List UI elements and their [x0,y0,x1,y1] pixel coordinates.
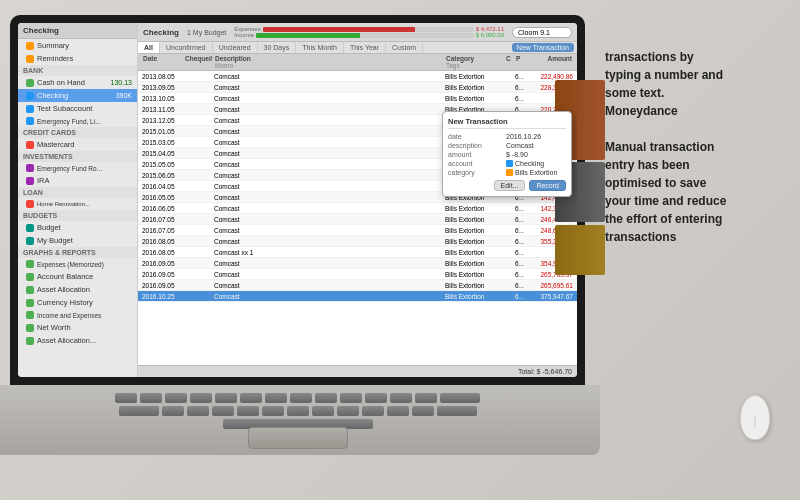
tab-30days[interactable]: 30 Days [258,42,297,53]
section2-text: Manual transaction entry has been optimi… [605,138,790,246]
key [115,393,137,403]
sidebar-item-homeloan[interactable]: Home Renovation... [18,198,137,210]
tab-all[interactable]: All [138,42,160,53]
reports-section-label: GRAPHS & REPORTS [18,247,137,258]
key [315,393,337,403]
sidebar-header: Checking [18,23,137,39]
sidebar-item-networth[interactable]: Net Worth [18,321,137,334]
sidebar-item-mybudget[interactable]: My Budget [18,234,137,247]
key [387,406,409,416]
key [237,406,259,416]
table-row[interactable]: 2016.07.05 Comcast Bills Extortion 69.96… [138,225,577,236]
sidebar-item-cash[interactable]: Cash on Hand 130.13 [18,76,137,89]
asset-alloc-icon [26,286,34,294]
col-header-check: Cheque# [183,55,213,69]
sidebar: Checking Summary Reminders BANK Ca [18,23,138,377]
sidebar-item-reminders[interactable]: Reminders [18,52,137,65]
section2: Manual transaction entry has been optimi… [605,138,790,246]
sidebar-summary-label: Summary [37,41,69,50]
table-row[interactable]: 2016.07.05 Comcast Bills Extortion 69.96… [138,214,577,225]
table-row[interactable]: 2016.09.05 Comcast Bills Extortion 69.96… [138,269,577,280]
sidebar-item-ira[interactable]: IRA [18,174,137,187]
currency-icon [26,299,34,307]
new-transaction-button[interactable]: New Transaction [512,43,574,52]
laptop-screen: Checking Summary Reminders BANK Ca [18,23,577,377]
table-row[interactable]: 2016.08.05 Comcast Bills Extortion 69.96… [138,236,577,247]
sidebar-item-income-exp[interactable]: Income and Expenses [18,309,137,321]
sidebar-item-budget[interactable]: Budget [18,221,137,234]
popup-field-account: account Checking [448,160,566,167]
key [415,393,437,403]
sidebar-item-acct-balance[interactable]: Account Balance [18,270,137,283]
table-row[interactable]: 2016.06.05 Comcast Bills Extortion 69.96… [138,203,577,214]
key [162,406,184,416]
sidebar-item-mastercard[interactable]: Mastercard [18,138,137,151]
tab-thisyear[interactable]: This Year [344,42,386,53]
popup-field-amount: amount $ -8.90 [448,151,566,158]
section1: transactions by typing a number and some… [605,30,790,120]
table-row[interactable]: 2016.09.05 Comcast Bills Extortion 69.96… [138,280,577,291]
key [362,406,384,416]
efr-icon [26,164,34,172]
col-header-p: P [514,55,524,69]
acct-balance-icon [26,273,34,281]
new-transaction-popup: New Transaction date 2016.10.26 descript… [442,111,572,197]
popup-field-date: date 2016.10.26 [448,133,566,140]
app-container: Checking Summary Reminders BANK Ca [18,23,577,377]
loan-section-label: LOAN [18,187,137,198]
key [140,393,162,403]
key [190,393,212,403]
income-amount: $ 6,000.00 [476,32,504,38]
income-exp-icon [26,311,34,319]
key [240,393,262,403]
sidebar-item-efr[interactable]: Emergency Fund Ro... [18,162,137,174]
key [262,406,284,416]
key [390,393,412,403]
key [437,406,477,416]
laptop: Checking Summary Reminders BANK Ca [10,15,600,455]
table-row[interactable]: 2016.08.05 Comcast xx 1 Bills Extortion … [138,247,577,258]
asset-alloc2-icon [26,337,34,345]
top-bar: Checking 1 My Budget Expenses $ 4,472.11 [138,23,577,42]
search-input[interactable] [512,27,572,38]
income-label: Income [234,32,254,38]
budget-icon [26,224,34,232]
table-row[interactable]: 2013.10.05 Comcast Bills Extortion 69.96 [138,93,577,104]
networth-icon [26,324,34,332]
sidebar-item-summary[interactable]: Summary [18,39,137,52]
key [337,406,359,416]
laptop-bezel: Checking Summary Reminders BANK Ca [10,15,585,385]
total-footer: Total: $ -5,646.70 [138,365,577,377]
key [312,406,334,416]
right-panel: transactions by typing a number and some… [605,30,790,246]
key [212,406,234,416]
sidebar-item-emergency[interactable]: Emergency Fund, Li... [18,115,137,127]
sidebar-item-checking[interactable]: Checking 390K [18,89,137,102]
table-row[interactable]: 2013.08.05 Comcast Bills Extortion 69.96… [138,71,577,82]
sidebar-item-asset-alloc[interactable]: Asset Allocation [18,283,137,296]
key [290,393,312,403]
total-label: Total: $ -5,646.70 [518,368,572,375]
bank-section-label: BANK [18,65,137,76]
edit-button[interactable]: Edit... [494,180,526,191]
sidebar-reminders-label: Reminders [37,54,73,63]
tab-uncleared[interactable]: Uncleared [213,42,258,53]
tab-thismonth[interactable]: This Month [296,42,344,53]
sidebar-item-asset-alloc2[interactable]: Asset Allocation... [18,334,137,347]
sidebar-item-currency[interactable]: Currency History [18,296,137,309]
mastercard-icon [26,141,34,149]
budget-title-label: 1 My Budget [187,29,226,36]
sidebar-item-subaccount[interactable]: Test Subaccount [18,102,137,115]
popup-title: New Transaction [448,117,566,129]
key [265,393,287,403]
table-row-last[interactable]: 2016.10.25 Comcast Bills Extortion 69.96… [138,291,577,302]
record-button[interactable]: Record [529,180,566,191]
table-row[interactable]: 2016.09.05 Comcast Bills Extortion 69.96… [138,258,577,269]
section1-text: transactions by typing a number and some… [605,30,790,120]
tab-custom[interactable]: Custom [386,42,423,53]
sidebar-item-expenses-memo[interactable]: Expenses (Memorized) [18,258,137,270]
table-row[interactable]: 2013.09.05 Comcast Bills Extortion 69.96… [138,82,577,93]
checking-account-icon [506,160,513,167]
key [440,393,480,403]
tab-unconfirmed[interactable]: Unconfirmed [160,42,213,53]
